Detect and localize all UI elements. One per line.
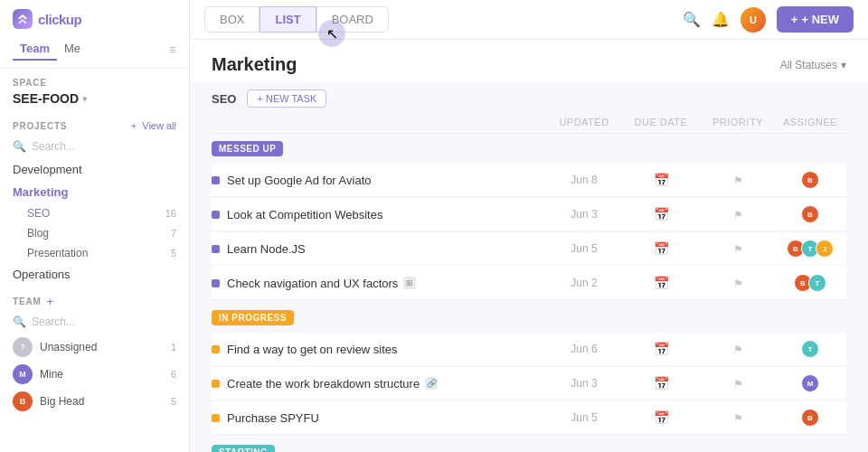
status-filter[interactable]: All Statuses ▾ (780, 59, 846, 71)
task-duedate[interactable]: 📅 (620, 376, 702, 391)
nav-tab-team[interactable]: Team (13, 38, 57, 61)
team-member-bighead[interactable]: B Big Head 5 (0, 388, 189, 415)
priority-icon: ⚑ (733, 243, 743, 256)
task-duedate[interactable]: 📅 (620, 342, 702, 356)
assignee-avatar: T (808, 274, 826, 292)
sidebar-sub-blog[interactable]: Blog 7 (0, 223, 189, 243)
assignee-avatar: B (801, 205, 819, 223)
bell-icon[interactable]: 🔔 (712, 11, 730, 28)
calendar-icon: 📅 (654, 410, 669, 425)
task-name: Find a way to get on review sites (227, 343, 548, 356)
priority-icon: ⚑ (733, 344, 743, 356)
task-updated: Jun 3 (548, 377, 620, 390)
user-avatar[interactable]: U (741, 7, 766, 33)
task-duedate[interactable]: 📅 (620, 241, 702, 256)
team-search-icon: 🔍 (13, 315, 26, 328)
sidebar-item-development[interactable]: Development (0, 158, 189, 181)
team-member-mine[interactable]: M Mine 6 (0, 361, 189, 388)
team-member-mine-info: M Mine (13, 364, 63, 384)
sidebar-item-operations-label: Operations (13, 268, 71, 281)
space-name[interactable]: SEE-FOOD ▾ (13, 91, 176, 106)
task-duedate[interactable]: 📅 (620, 410, 702, 425)
calendar-icon: 📅 (654, 241, 669, 256)
task-priority[interactable]: ⚑ (702, 208, 774, 221)
seo-section-header: SEO + NEW TASK (212, 82, 846, 111)
team-member-unassigned[interactable]: ? Unassigned 1 (0, 334, 189, 361)
task-updated: Jun 2 (548, 277, 620, 289)
sidebar-item-operations[interactable]: Operations (0, 263, 189, 286)
tab-list[interactable]: LIST (259, 6, 316, 33)
sidebar-sub-seo-label: SEO (27, 207, 50, 220)
task-assignee: B T (774, 274, 846, 292)
table-row[interactable]: Look at Competition Websites Jun 3 📅 ⚑ B (212, 198, 846, 231)
logo-icon (13, 9, 33, 29)
calendar-icon: 📅 (654, 276, 669, 290)
team-member-mine-count: 6 (171, 369, 176, 380)
table-row[interactable]: Learn Node.JS Jun 5 📅 ⚑ B T J (212, 232, 846, 266)
task-name: Purchase SPYFU (227, 411, 548, 425)
team-search-placeholder: Search... (32, 315, 75, 328)
new-task-button[interactable]: + NEW TASK (247, 89, 326, 108)
task-duedate[interactable]: 📅 (620, 276, 702, 290)
table-row[interactable]: Find a way to get on review sites Jun 6 … (212, 333, 846, 366)
task-color-dot (212, 345, 220, 353)
task-duedate[interactable]: 📅 (620, 207, 702, 221)
team-member-bighead-count: 5 (171, 396, 176, 407)
table-area: SEO + NEW TASK UPDATED DUE DATE PRIORITY… (190, 82, 868, 452)
task-priority[interactable]: ⚑ (702, 277, 774, 290)
sidebar-search-icon: 🔍 (13, 140, 26, 153)
add-team-btn[interactable]: + (47, 295, 54, 308)
table-row[interactable]: Purchase SPYFU Jun 5 📅 ⚑ B (212, 401, 846, 435)
view-all-link[interactable]: View all (142, 120, 176, 131)
task-duedate[interactable]: 📅 (620, 173, 702, 187)
task-assignee: B (774, 409, 846, 427)
team-member-mine-name: Mine (40, 368, 63, 381)
assignee-avatar: B (801, 171, 819, 189)
calendar-icon: 📅 (654, 376, 669, 391)
sidebar-list-icon[interactable]: ≡ (169, 42, 176, 57)
sidebar-sub-presentation[interactable]: Presentation 5 (0, 243, 189, 263)
task-tag-icon: 🔗 (425, 377, 438, 390)
table-row[interactable]: Set up Google Ad for Aviato Jun 8 📅 ⚑ B (212, 164, 846, 197)
task-priority[interactable]: ⚑ (702, 343, 774, 356)
new-btn-label: + NEW (801, 13, 839, 26)
task-color-dot (212, 380, 220, 388)
team-search[interactable]: 🔍 Search... (0, 312, 189, 334)
task-name: Look at Competition Websites (227, 208, 548, 221)
add-project-btn[interactable]: + (131, 120, 137, 131)
table-row[interactable]: Create the work breakdown structure 🔗 Ju… (212, 367, 846, 400)
sidebar-sub-blog-label: Blog (27, 227, 49, 240)
calendar-icon: 📅 (654, 173, 669, 187)
priority-icon: ⚑ (733, 209, 743, 221)
starting-badge: STARTING (212, 445, 275, 452)
sidebar-search-area[interactable]: 🔍 Search... (0, 137, 189, 158)
table-row[interactable]: Check navigation and UX factors ⊞ Jun 2 … (212, 267, 846, 300)
col-priority-header: PRIORITY (702, 117, 774, 127)
logo-text: clickup (38, 12, 81, 27)
task-priority[interactable]: ⚑ (702, 242, 774, 256)
assignee-avatar: B (801, 409, 819, 427)
team-member-unassigned-name: Unassigned (40, 341, 97, 353)
tab-box[interactable]: BOX (204, 6, 259, 33)
new-task-btn-label: + NEW TASK (257, 93, 316, 104)
task-priority[interactable]: ⚑ (702, 411, 774, 425)
task-priority[interactable]: ⚑ (702, 377, 774, 391)
task-color-dot (212, 414, 220, 422)
task-name: Set up Google Ad for Aviato (227, 174, 548, 187)
logo-area: clickup (0, 0, 189, 38)
assignee-avatar: M (801, 374, 819, 392)
tab-board[interactable]: BOARD (316, 6, 389, 33)
task-name: Create the work breakdown structure 🔗 (227, 377, 548, 391)
sidebar-item-marketing[interactable]: Marketing (0, 181, 189, 203)
page-title: Marketing (212, 54, 297, 75)
nav-tab-me[interactable]: Me (57, 38, 88, 61)
sidebar-sub-seo[interactable]: SEO 16 (0, 203, 189, 223)
task-name: Check navigation and UX factors ⊞ (227, 277, 548, 290)
new-button[interactable]: + + NEW (777, 6, 854, 33)
search-icon[interactable]: 🔍 (683, 11, 701, 28)
topbar: BOX LIST BOARD 🔍 🔔 U + + NEW (190, 0, 868, 40)
task-priority[interactable]: ⚑ (702, 174, 774, 187)
task-updated: Jun 6 (548, 343, 620, 355)
task-assignee: M (774, 374, 846, 392)
task-updated: Jun 5 (548, 411, 620, 424)
